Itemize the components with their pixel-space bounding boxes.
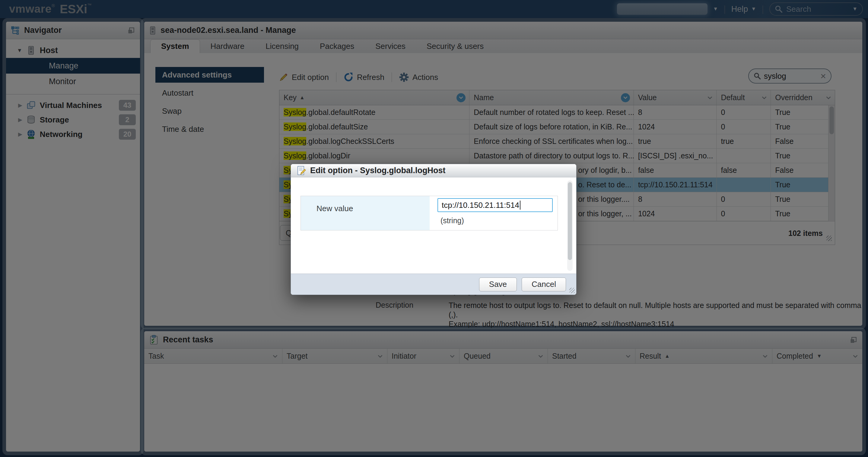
text-cursor bbox=[520, 201, 521, 210]
dialog-scrollbar-thumb[interactable] bbox=[568, 182, 572, 260]
new-value-input[interactable]: tcp://10.150.21.11:514 bbox=[437, 198, 553, 212]
dialog-body: New value tcp://10.150.21.11:514 (string… bbox=[291, 177, 576, 274]
cancel-button[interactable]: Cancel bbox=[522, 277, 566, 292]
esxi-screen: vmware® ESXi™ ▼ | Help ▼ | Search ▼ Navi bbox=[0, 0, 868, 457]
edit-document-icon bbox=[297, 166, 306, 176]
dialog-footer: Save Cancel bbox=[291, 274, 576, 295]
edit-option-dialog: Edit option - Syslog.global.logHost New … bbox=[290, 164, 577, 295]
dialog-form-value-cell: tcp://10.150.21.11:514 (string) bbox=[430, 196, 558, 230]
new-value-label: New value bbox=[301, 196, 430, 230]
dialog-title: Edit option - Syslog.global.logHost bbox=[310, 166, 445, 175]
new-value-text: tcp://10.150.21.11:514 bbox=[442, 201, 519, 210]
dialog-scrollbar[interactable] bbox=[567, 180, 572, 271]
value-type-hint: (string) bbox=[440, 216, 558, 225]
save-button[interactable]: Save bbox=[479, 277, 517, 292]
dialog-form: New value tcp://10.150.21.11:514 (string… bbox=[301, 196, 558, 231]
dialog-resize-handle[interactable] bbox=[569, 288, 575, 293]
dialog-title-bar[interactable]: Edit option - Syslog.global.logHost bbox=[291, 164, 576, 177]
